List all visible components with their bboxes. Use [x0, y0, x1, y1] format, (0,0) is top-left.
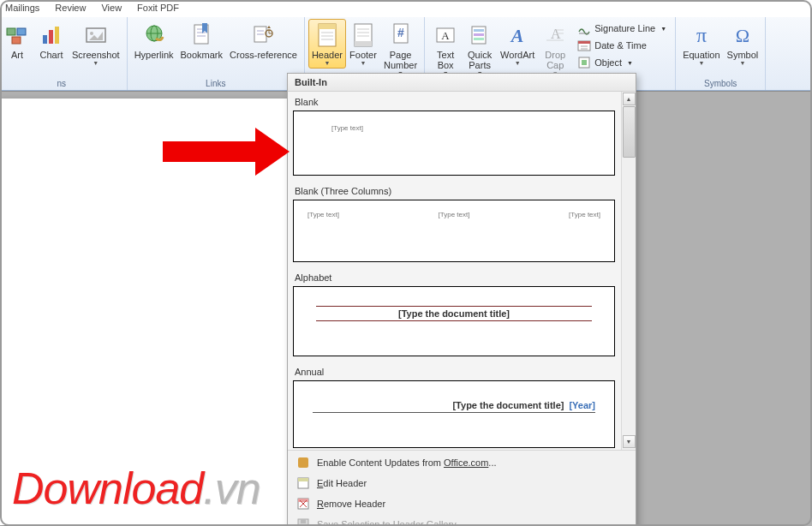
equation-icon: π	[688, 21, 715, 49]
watermark: Download.vn	[12, 463, 260, 514]
gallery-item-annual[interactable]: [Type the document title] [Year]	[293, 380, 615, 448]
svg-rect-3	[43, 35, 47, 44]
quickparts-button[interactable]: Quick Parts ▼	[463, 19, 497, 79]
wordart-icon: A	[504, 21, 531, 49]
svg-rect-48	[582, 60, 587, 65]
screenshot-button[interactable]: Screenshot ▼	[69, 19, 123, 69]
datetime-button[interactable]: Date & Time	[575, 37, 669, 54]
gallery-item-label: Alphabet	[293, 269, 615, 286]
svg-rect-4	[49, 30, 53, 44]
hyperlink-icon	[140, 21, 168, 49]
gallery-item-blank-three[interactable]: [Type text] [Type text] [Type text]	[293, 200, 615, 262]
tab-view[interactable]: View	[101, 3, 122, 17]
svg-text:A: A	[441, 29, 450, 42]
svg-text:Ω: Ω	[736, 25, 749, 46]
svg-rect-55	[298, 499, 308, 502]
quickparts-icon	[466, 21, 493, 49]
wordart-button[interactable]: A WordArt ▼	[497, 19, 538, 69]
symbol-button[interactable]: Ω Symbol ▼	[724, 19, 762, 69]
pagenumber-icon: #	[387, 21, 415, 49]
svg-rect-53	[298, 478, 308, 481]
scroll-thumb[interactable]	[623, 106, 636, 158]
bookmark-icon	[188, 21, 215, 49]
gallery-category: Built-In	[288, 74, 636, 92]
svg-point-7	[90, 32, 93, 35]
svg-rect-60	[163, 141, 257, 162]
object-button[interactable]: Object ▼	[575, 54, 669, 71]
svg-rect-34	[474, 29, 484, 32]
gallery-item-label: Blank (Three Columns)	[293, 182, 615, 200]
header-button[interactable]: Header ▼	[308, 19, 346, 69]
tab-foxit[interactable]: Foxit PDF	[137, 3, 179, 17]
svg-rect-35	[474, 33, 484, 36]
crossref-button[interactable]: Cross-reference	[226, 19, 301, 63]
textbox-button[interactable]: A Text Box ▼	[428, 19, 463, 79]
pagenumber-button[interactable]: # Page Number ▼	[380, 19, 421, 79]
enable-content-updates[interactable]: Enable Content Updates from Office.com..…	[288, 452, 636, 473]
remove-header-icon	[296, 497, 310, 511]
chevron-down-icon: ▼	[515, 60, 521, 66]
hyperlink-button[interactable]: Hyperlink	[131, 19, 177, 63]
equation-button[interactable]: π Equation ▼	[679, 19, 723, 69]
signature-icon	[577, 21, 591, 35]
symbol-icon: Ω	[729, 21, 756, 49]
gallery-scrollbar[interactable]: ▲ ▼	[621, 92, 636, 450]
svg-text:π: π	[696, 24, 707, 46]
svg-rect-44	[578, 41, 590, 44]
chevron-down-icon: ▼	[627, 60, 633, 66]
footer-icon	[349, 21, 377, 49]
svg-rect-5	[55, 27, 59, 44]
datetime-icon	[577, 39, 591, 52]
svg-rect-20	[319, 24, 336, 29]
bookmark-button[interactable]: Bookmark	[177, 19, 227, 63]
svg-rect-25	[355, 41, 372, 46]
chevron-down-icon: ▼	[361, 60, 367, 66]
chevron-down-icon: ▼	[660, 26, 666, 32]
smartart-button[interactable]: Art	[0, 19, 34, 63]
screenshot-icon	[82, 21, 110, 49]
svg-rect-59	[301, 519, 306, 523]
signatureline-button[interactable]: Signature Line ▼	[575, 20, 669, 37]
textbox-icon: A	[432, 21, 459, 49]
svg-marker-61	[255, 128, 290, 176]
svg-rect-36	[474, 38, 484, 40]
svg-rect-0	[7, 28, 15, 35]
office-icon	[296, 456, 310, 469]
svg-rect-1	[17, 28, 26, 35]
annotation-arrow	[163, 124, 291, 176]
edit-header-icon	[296, 476, 310, 490]
edit-header[interactable]: Edit Header	[288, 473, 636, 493]
header-icon	[313, 21, 341, 49]
object-icon	[577, 56, 591, 69]
scroll-down-icon[interactable]: ▼	[623, 435, 636, 448]
svg-rect-2	[12, 37, 21, 44]
scroll-up-icon[interactable]: ▲	[623, 93, 636, 105]
gallery-item-blank[interactable]: [Type text]	[293, 111, 615, 176]
save-icon	[296, 517, 310, 526]
header-gallery-dropdown: Built-In Blank [Type text] Blank (Three …	[287, 73, 636, 526]
chart-button[interactable]: Chart	[34, 19, 69, 63]
gallery-item-label: Blank	[293, 93, 615, 111]
svg-rect-51	[298, 457, 308, 468]
gallery-item-alphabet[interactable]: [Type the document title]	[293, 286, 615, 356]
footer-button[interactable]: Footer ▼	[346, 19, 380, 69]
svg-text:A: A	[510, 25, 524, 46]
crossref-icon	[249, 21, 277, 49]
chart-icon	[38, 21, 65, 49]
tab-review[interactable]: Review	[55, 3, 86, 17]
save-to-gallery: Save Selection to Header Gallery...	[288, 514, 636, 526]
tab-mailings[interactable]: Mailings	[5, 3, 39, 17]
chevron-down-icon: ▼	[324, 60, 330, 66]
gallery-item-label: Annual	[293, 363, 615, 380]
svg-text:#: #	[397, 26, 404, 39]
chevron-down-icon: ▼	[698, 60, 704, 66]
dropcap-icon: A	[541, 21, 569, 49]
chevron-down-icon: ▼	[93, 60, 99, 66]
dropcap-button[interactable]: A Drop Cap ▼	[538, 19, 572, 79]
smartart-icon	[3, 21, 31, 49]
remove-header[interactable]: Remove Header	[288, 493, 636, 514]
chevron-down-icon: ▼	[739, 60, 745, 66]
